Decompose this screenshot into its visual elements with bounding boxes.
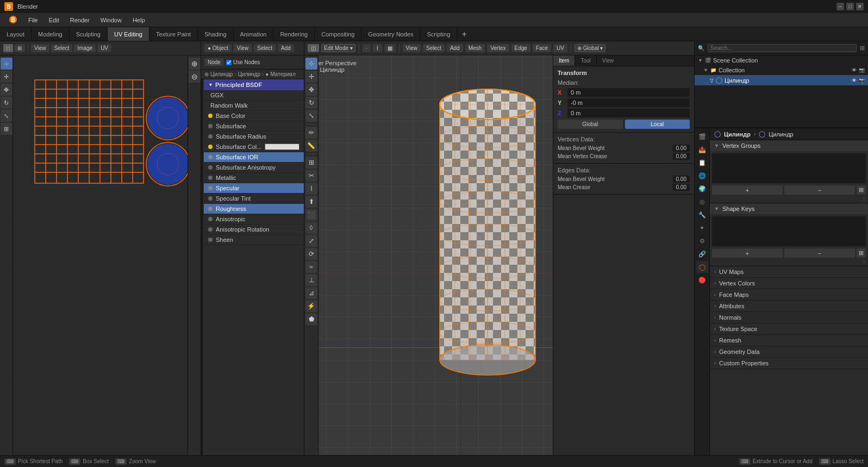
vp-edge-btn[interactable]: Edge — [511, 44, 530, 52]
tab-uv-editing[interactable]: UV Editing — [108, 27, 149, 41]
uv-mode-box[interactable]: □ — [3, 44, 13, 52]
prop-physics-icon[interactable]: ⚙ — [696, 235, 708, 247]
menu-window[interactable]: Window — [96, 16, 126, 24]
uv-select-tool[interactable]: ⊹ — [1, 58, 13, 70]
tab-compositing[interactable]: Compositing — [315, 27, 361, 41]
prop-object-icon[interactable]: ◎ — [696, 196, 708, 208]
global-btn[interactable]: Global — [558, 120, 623, 129]
bsdf-item-specular[interactable]: Specular — [204, 183, 304, 194]
z-input[interactable] — [567, 109, 690, 117]
uv-zoom-in[interactable]: ⊕ — [189, 58, 201, 70]
vp-tool-annotate[interactable]: ✏ — [305, 127, 317, 139]
uv-btn[interactable]: UV — [97, 44, 111, 52]
tab-sculpting[interactable]: Sculpting — [70, 27, 108, 41]
vp-view-btn[interactable]: View — [403, 44, 421, 52]
view-btn[interactable]: View — [31, 44, 49, 52]
prop-material-icon[interactable]: 🔴 — [696, 274, 708, 286]
shape-keys-title[interactable]: ▼ Shape Keys — [710, 203, 868, 214]
vp-tool-cursor[interactable]: ✛ — [305, 71, 317, 83]
collection-item[interactable]: ▼ 📁 Collection 👁 📷 — [695, 65, 868, 75]
vp-tool-measure[interactable]: 📏 — [305, 140, 317, 152]
vp-tool-bisect[interactable]: ⌇ — [305, 183, 317, 195]
normals-section[interactable]: › Normals — [710, 312, 868, 323]
menu-render[interactable]: Render — [66, 16, 94, 24]
scene-collection-item[interactable]: ▼ 🎬 Scene Collection — [695, 55, 868, 65]
n-tab-tool[interactable]: Tool — [575, 55, 596, 66]
custom-properties-section[interactable]: › Custom Properties — [710, 358, 868, 369]
bsdf-item-subsurface-col[interactable]: Subsurface Col... — [204, 142, 304, 152]
close-button[interactable]: ✕ — [856, 3, 864, 10]
mbe-value[interactable]: 0.00 — [673, 176, 690, 183]
tab-shading[interactable]: Shading — [198, 27, 233, 41]
tab-rendering[interactable]: Rendering — [273, 27, 315, 41]
add-shape-key[interactable]: + — [712, 248, 783, 258]
tab-geometry-nodes[interactable]: Geometry Nodes — [361, 27, 420, 41]
vp-uv-btn[interactable]: UV — [553, 44, 567, 52]
mbw-verts-value[interactable]: 0.00 — [673, 145, 690, 152]
vp-mode-dropdown[interactable]: Edit Mode ▾ — [321, 44, 355, 52]
select-btn[interactable]: Select — [51, 44, 73, 52]
prop-output-icon[interactable]: 📤 — [696, 144, 708, 155]
prop-scene-icon[interactable]: 🌐 — [696, 170, 708, 182]
outliner-object-item[interactable]: ▽ ◯ Цилиндр 👁 📷 — [695, 75, 868, 85]
uv-maps-section[interactable]: › UV Maps — [710, 266, 868, 278]
bsdf-item-subsurface-radius[interactable]: Subsurface Radius — [204, 132, 304, 142]
local-btn[interactable]: Local — [625, 120, 690, 129]
minimize-button[interactable]: ─ — [836, 3, 844, 10]
bsdf-item-random-walk[interactable]: Random Walk — [204, 101, 304, 111]
vp-tool-rotate[interactable]: ↻ — [305, 97, 317, 109]
uv-cursor-tool[interactable]: ✛ — [1, 71, 13, 83]
vp-edge-mode[interactable]: ⌇ — [373, 44, 382, 52]
node-view-btn[interactable]: View — [234, 44, 252, 52]
bsdf-item-metallic[interactable]: Metallic — [204, 173, 304, 183]
vp-add-btn[interactable]: Add — [447, 44, 463, 52]
prop-view-layer-icon[interactable]: 📋 — [696, 157, 708, 169]
add-vertex-group[interactable]: + — [712, 185, 783, 195]
vp-select-btn[interactable]: Select — [423, 44, 445, 52]
vp-tool-shrink[interactable]: ⊥ — [305, 274, 317, 286]
vp-vert-mode[interactable]: · — [363, 44, 371, 52]
vp-tool-poly[interactable]: ⬟ — [305, 313, 317, 325]
vp-tool-select[interactable]: ⊹ — [305, 58, 317, 70]
vp-tool-spin[interactable]: ⟳ — [305, 248, 317, 260]
tab-texture-paint[interactable]: Texture Paint — [149, 27, 198, 41]
uv-mode-btn[interactable]: ⊞ — [14, 44, 25, 52]
tab-layout[interactable]: Layout — [0, 27, 32, 41]
attributes-section[interactable]: › Attributes — [710, 301, 868, 312]
menu-help[interactable]: Help — [128, 16, 149, 24]
vp-tool-rip[interactable]: ⚡ — [305, 300, 317, 312]
vp-tool-loopcut[interactable]: ⊞ — [305, 157, 317, 169]
vp-tool-extrude[interactable]: ⬆ — [305, 196, 317, 208]
uv-zoom-out[interactable]: ⊖ — [189, 71, 201, 83]
vp-tool-scale[interactable]: ⤡ — [305, 110, 317, 122]
tab-animation[interactable]: Animation — [234, 27, 274, 41]
tab-modeling[interactable]: Modeling — [32, 27, 70, 41]
mc-value[interactable]: 0.00 — [673, 184, 690, 191]
outliner-filter-icon[interactable]: ⊞ — [860, 45, 865, 52]
bsdf-item-anisotropic[interactable]: Anisotropic — [204, 214, 304, 225]
prop-particles-icon[interactable]: ✦ — [696, 222, 708, 234]
uv-scale-tool[interactable]: ⤡ — [1, 110, 13, 122]
vertex-colors-section[interactable]: › Vertex Colors — [710, 278, 868, 289]
node-node-btn[interactable]: Node — [204, 58, 224, 66]
vp-tool-move[interactable]: ✥ — [305, 84, 317, 96]
vp-tool-smooth[interactable]: ≈ — [305, 261, 317, 273]
vp-global-dropdown[interactable]: ⊕ Global ▾ — [574, 44, 605, 52]
uv-rotate-tool[interactable]: ↻ — [1, 97, 13, 109]
maximize-button[interactable]: □ — [846, 3, 854, 10]
tab-add[interactable]: + — [457, 27, 471, 41]
prop-render-icon[interactable]: 🎬 — [696, 130, 708, 142]
prop-modifier-icon[interactable]: 🔧 — [696, 209, 708, 221]
vp-tool-bridge[interactable]: ⤢ — [305, 235, 317, 247]
bsdf-item-anisotropic-rotation[interactable]: Anisotropic Rotation — [204, 225, 304, 235]
bsdf-item-subsurface-aniso[interactable]: Subsurface Anisotropy — [204, 163, 304, 173]
node-add-btn[interactable]: Add — [278, 44, 294, 52]
x-input[interactable] — [567, 88, 690, 97]
remesh-section[interactable]: › Remesh — [710, 335, 868, 346]
prop-constraints-icon[interactable]: 🔗 — [696, 248, 708, 260]
menu-edit[interactable]: Edit — [45, 16, 64, 24]
vp-mode-select[interactable]: ◫ — [308, 44, 319, 52]
remove-shape-key[interactable]: − — [784, 248, 855, 258]
prop-world-icon[interactable]: 🌍 — [696, 183, 708, 195]
bsdf-item-sheen[interactable]: Sheen — [204, 235, 304, 245]
